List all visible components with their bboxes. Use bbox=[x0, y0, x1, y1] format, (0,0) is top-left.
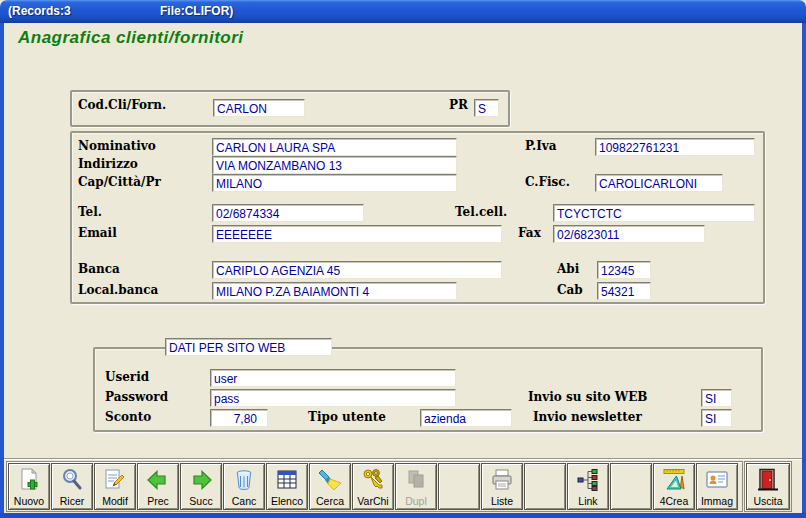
email-label: Email bbox=[78, 226, 117, 240]
toolbar-button-label: Canc bbox=[232, 494, 257, 508]
toolbar-button-label: 4Crea bbox=[660, 494, 689, 508]
userid-field[interactable]: user bbox=[210, 369, 456, 387]
toolbar-button-immag[interactable]: Immag bbox=[696, 463, 738, 510]
new-document-icon bbox=[16, 466, 42, 494]
fax-label: Fax bbox=[518, 226, 541, 240]
cap-citta-pr-field[interactable]: MILANO bbox=[212, 174, 457, 192]
toolbar-button-varchi[interactable]: VarChi bbox=[352, 463, 394, 510]
toolbar-button-label: Dupl bbox=[405, 494, 427, 508]
window-border-bottom bbox=[0, 513, 806, 518]
tree-icon bbox=[575, 466, 601, 494]
toolbar-button-label: Uscita bbox=[753, 494, 782, 508]
cfisc-label: C.Fisc. bbox=[525, 175, 570, 189]
password-label: Password bbox=[105, 390, 168, 404]
toolbar-button-label: Ricer bbox=[60, 494, 85, 508]
cfisc-field[interactable]: CAROLICARLONI bbox=[595, 174, 723, 192]
arrow-right-icon bbox=[188, 466, 214, 494]
duplicate-icon bbox=[403, 466, 429, 494]
toolbar-button-link[interactable]: Link bbox=[567, 463, 609, 510]
telcell-label: Tel.cell. bbox=[455, 205, 507, 219]
fax-field[interactable]: 02/6823011 bbox=[553, 225, 705, 243]
toolbar-button-uscita[interactable]: Uscita bbox=[746, 463, 790, 510]
toolbar-button-liste[interactable]: Liste bbox=[481, 463, 523, 510]
telcell-field[interactable]: TCYCTCTC bbox=[553, 204, 755, 222]
toolbar-button-empty-2[interactable] bbox=[524, 463, 566, 510]
cap-citta-pr-label: Cap/Città/Pr bbox=[78, 175, 161, 189]
toolbar-main-strip: Nuovo Ricer Modif Prec Succ Canc Elenco … bbox=[6, 461, 743, 512]
table-icon bbox=[274, 466, 300, 494]
toolbar-button-label: Liste bbox=[491, 494, 513, 508]
printer-icon bbox=[489, 466, 515, 494]
toolbar-button-dupl[interactable]: Dupl bbox=[395, 463, 437, 510]
abi-field[interactable]: 12345 bbox=[597, 261, 651, 279]
code-field[interactable]: CARLON bbox=[213, 99, 305, 117]
drawing-tools-icon bbox=[661, 466, 687, 494]
toolbar-button-ricer[interactable]: Ricer bbox=[51, 463, 93, 510]
trash-icon bbox=[231, 466, 257, 494]
pr-label: PR bbox=[449, 98, 468, 112]
toolbar-button-label: Succ bbox=[189, 494, 212, 508]
pr-field[interactable]: S bbox=[474, 99, 499, 117]
records-count: (Records:3 bbox=[8, 4, 71, 18]
toolbar-button-elenco[interactable]: Elenco bbox=[266, 463, 308, 510]
toolbar-button-empty-3[interactable] bbox=[610, 463, 652, 510]
title-bar[interactable]: (Records:3 File:CLIFOR) bbox=[0, 0, 806, 23]
localbanca-label: Local.banca bbox=[78, 283, 158, 297]
indirizzo-label: Indirizzo bbox=[78, 157, 138, 171]
toolbar-button-modif[interactable]: Modif bbox=[94, 463, 136, 510]
edit-icon bbox=[102, 466, 128, 494]
invio-newsletter-label: Invio newsletter bbox=[533, 410, 642, 424]
invio-newsletter-field[interactable]: SI bbox=[701, 409, 732, 427]
sconto-field[interactable]: 7,80 bbox=[210, 409, 268, 427]
toolbar-button-succ[interactable]: Succ bbox=[180, 463, 222, 510]
invio-sito-label: Invio su sito WEB bbox=[528, 390, 648, 404]
toolbar-button-label: Immag bbox=[701, 494, 733, 508]
code-label: Cod.Cli/Forn. bbox=[78, 98, 166, 112]
toolbar-button-label: Prec bbox=[147, 494, 169, 508]
password-field[interactable]: pass bbox=[210, 389, 456, 407]
indirizzo-field[interactable]: VIA MONZAMBANO 13 bbox=[212, 156, 457, 174]
arrow-left-icon bbox=[145, 466, 171, 494]
tipo-utente-label: Tipo utente bbox=[308, 410, 386, 424]
image-card-icon bbox=[704, 466, 730, 494]
toolbar-button-empty-1[interactable] bbox=[438, 463, 480, 510]
page-title: Anagrafica clienti/fornitori bbox=[18, 28, 244, 48]
window-border-left bbox=[0, 23, 4, 518]
toolbar-exit-strip: Uscita bbox=[744, 461, 792, 512]
flashlight-icon bbox=[317, 466, 343, 494]
toolbar-button-label: VarChi bbox=[357, 494, 388, 508]
search-icon bbox=[59, 466, 85, 494]
piva-field[interactable]: 109822761231 bbox=[595, 138, 755, 156]
nominativo-field[interactable]: CARLON LAURA SPA bbox=[212, 138, 457, 156]
toolbar-button-label: Modif bbox=[102, 494, 128, 508]
abi-label: Abi bbox=[557, 262, 579, 276]
file-name: File:CLIFOR) bbox=[160, 4, 233, 18]
tel-field[interactable]: 02/6874334 bbox=[212, 204, 364, 222]
toolbar-button-cerca[interactable]: Cerca bbox=[309, 463, 351, 510]
window-border-right bbox=[802, 23, 806, 518]
tel-label: Tel. bbox=[78, 205, 102, 219]
localbanca-field[interactable]: MILANO P.ZA BAIAMONTI 4 bbox=[212, 282, 457, 300]
toolbar-button-label: Cerca bbox=[316, 494, 344, 508]
toolbar-button-4crea[interactable]: 4Crea bbox=[653, 463, 695, 510]
email-field[interactable]: EEEEEEE bbox=[212, 225, 502, 243]
sconto-label: Sconto bbox=[105, 410, 151, 424]
toolbar-button-nuovo[interactable]: Nuovo bbox=[8, 463, 50, 510]
toolbar-button-prec[interactable]: Prec bbox=[137, 463, 179, 510]
nominativo-label: Nominativo bbox=[78, 139, 156, 153]
tipo-utente-field[interactable]: azienda bbox=[420, 409, 512, 427]
invio-sito-field[interactable]: SI bbox=[701, 389, 732, 407]
toolbar-button-label: Elenco bbox=[271, 494, 303, 508]
toolbar-button-label: Link bbox=[578, 494, 597, 508]
keys-icon bbox=[360, 466, 386, 494]
exit-door-icon bbox=[755, 466, 781, 494]
cab-field[interactable]: 54321 bbox=[597, 282, 651, 300]
banca-label: Banca bbox=[78, 262, 120, 276]
piva-label: P.Iva bbox=[525, 139, 557, 153]
toolbar-button-label: Nuovo bbox=[14, 494, 44, 508]
banca-field[interactable]: CARIPLO AGENZIA 45 bbox=[212, 261, 502, 279]
web-box-title-field[interactable]: DATI PER SITO WEB bbox=[165, 338, 332, 356]
userid-label: Userid bbox=[105, 370, 149, 384]
cab-label: Cab bbox=[557, 283, 583, 297]
toolbar-button-canc[interactable]: Canc bbox=[223, 463, 265, 510]
